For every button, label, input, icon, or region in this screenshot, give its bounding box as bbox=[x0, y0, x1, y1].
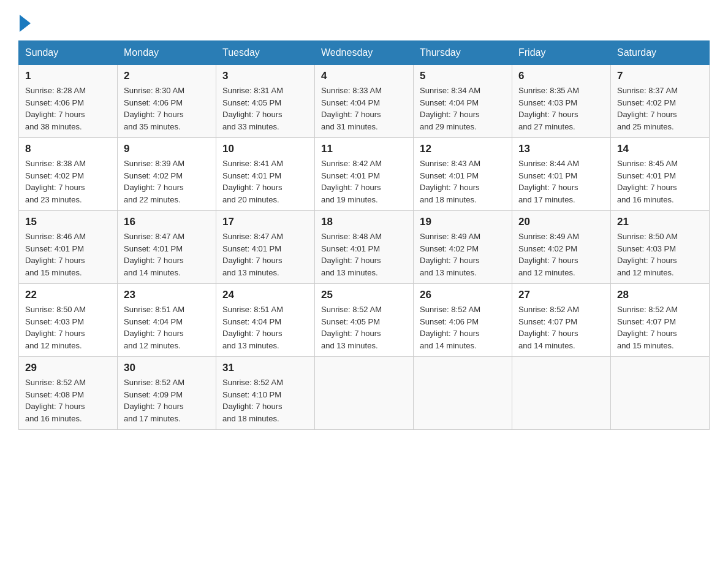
day-number: 23 bbox=[124, 289, 210, 301]
day-number: 30 bbox=[124, 362, 210, 374]
calendar-week-3: 15Sunrise: 8:46 AMSunset: 4:01 PMDayligh… bbox=[19, 211, 710, 284]
calendar-cell: 22Sunrise: 8:50 AMSunset: 4:03 PMDayligh… bbox=[19, 284, 118, 357]
calendar-cell: 20Sunrise: 8:49 AMSunset: 4:02 PMDayligh… bbox=[512, 211, 611, 284]
weekday-header-saturday: Saturday bbox=[611, 41, 710, 65]
calendar-cell: 29Sunrise: 8:52 AMSunset: 4:08 PMDayligh… bbox=[19, 357, 118, 430]
calendar-body: 1Sunrise: 8:28 AMSunset: 4:06 PMDaylight… bbox=[19, 65, 710, 430]
calendar-cell: 8Sunrise: 8:38 AMSunset: 4:02 PMDaylight… bbox=[19, 138, 118, 211]
day-number: 24 bbox=[222, 289, 308, 301]
calendar-cell: 5Sunrise: 8:34 AMSunset: 4:04 PMDaylight… bbox=[414, 65, 512, 138]
calendar-cell: 9Sunrise: 8:39 AMSunset: 4:02 PMDaylight… bbox=[118, 138, 216, 211]
day-number: 15 bbox=[25, 216, 111, 228]
weekday-header-sunday: Sunday bbox=[19, 41, 118, 65]
calendar-cell: 17Sunrise: 8:47 AMSunset: 4:01 PMDayligh… bbox=[216, 211, 315, 284]
day-number: 19 bbox=[420, 216, 506, 228]
calendar-cell: 27Sunrise: 8:52 AMSunset: 4:07 PMDayligh… bbox=[512, 284, 611, 357]
day-number: 28 bbox=[617, 289, 703, 301]
day-number: 22 bbox=[25, 289, 111, 301]
day-number: 8 bbox=[25, 143, 111, 155]
calendar-cell: 2Sunrise: 8:30 AMSunset: 4:06 PMDaylight… bbox=[118, 65, 216, 138]
calendar-cell: 4Sunrise: 8:33 AMSunset: 4:04 PMDaylight… bbox=[315, 65, 414, 138]
day-number: 7 bbox=[617, 70, 703, 82]
day-info: Sunrise: 8:52 AMSunset: 4:06 PMDaylight:… bbox=[420, 304, 506, 351]
day-info: Sunrise: 8:47 AMSunset: 4:01 PMDaylight:… bbox=[124, 231, 210, 278]
calendar-cell: 12Sunrise: 8:43 AMSunset: 4:01 PMDayligh… bbox=[414, 138, 512, 211]
day-info: Sunrise: 8:50 AMSunset: 4:03 PMDaylight:… bbox=[25, 304, 111, 351]
day-info: Sunrise: 8:35 AMSunset: 4:03 PMDaylight:… bbox=[518, 85, 604, 132]
calendar-header: SundayMondayTuesdayWednesdayThursdayFrid… bbox=[19, 41, 710, 65]
day-info: Sunrise: 8:49 AMSunset: 4:02 PMDaylight:… bbox=[420, 231, 506, 278]
day-info: Sunrise: 8:42 AMSunset: 4:01 PMDaylight:… bbox=[321, 158, 407, 205]
day-info: Sunrise: 8:52 AMSunset: 4:09 PMDaylight:… bbox=[124, 377, 210, 424]
day-info: Sunrise: 8:49 AMSunset: 4:02 PMDaylight:… bbox=[518, 231, 604, 278]
calendar-cell: 19Sunrise: 8:49 AMSunset: 4:02 PMDayligh… bbox=[414, 211, 512, 284]
calendar-cell: 23Sunrise: 8:51 AMSunset: 4:04 PMDayligh… bbox=[118, 284, 216, 357]
day-number: 26 bbox=[420, 289, 506, 301]
day-number: 9 bbox=[124, 143, 210, 155]
day-number: 12 bbox=[420, 143, 506, 155]
weekday-header-wednesday: Wednesday bbox=[315, 41, 414, 65]
calendar-cell: 14Sunrise: 8:45 AMSunset: 4:01 PMDayligh… bbox=[611, 138, 710, 211]
calendar-cell: 16Sunrise: 8:47 AMSunset: 4:01 PMDayligh… bbox=[118, 211, 216, 284]
calendar-cell bbox=[414, 357, 512, 430]
day-info: Sunrise: 8:43 AMSunset: 4:01 PMDaylight:… bbox=[420, 158, 506, 205]
calendar-cell bbox=[611, 357, 710, 430]
day-number: 4 bbox=[321, 70, 407, 82]
day-number: 16 bbox=[124, 216, 210, 228]
day-info: Sunrise: 8:41 AMSunset: 4:01 PMDaylight:… bbox=[222, 158, 308, 205]
day-info: Sunrise: 8:52 AMSunset: 4:08 PMDaylight:… bbox=[25, 377, 111, 424]
page-header bbox=[18, 12, 710, 29]
calendar-cell: 15Sunrise: 8:46 AMSunset: 4:01 PMDayligh… bbox=[19, 211, 118, 284]
day-info: Sunrise: 8:44 AMSunset: 4:01 PMDaylight:… bbox=[518, 158, 604, 205]
weekday-header-thursday: Thursday bbox=[414, 41, 512, 65]
calendar-table: SundayMondayTuesdayWednesdayThursdayFrid… bbox=[18, 40, 710, 430]
calendar-week-1: 1Sunrise: 8:28 AMSunset: 4:06 PMDaylight… bbox=[19, 65, 710, 138]
calendar-week-2: 8Sunrise: 8:38 AMSunset: 4:02 PMDaylight… bbox=[19, 138, 710, 211]
day-info: Sunrise: 8:30 AMSunset: 4:06 PMDaylight:… bbox=[124, 85, 210, 132]
calendar-cell: 13Sunrise: 8:44 AMSunset: 4:01 PMDayligh… bbox=[512, 138, 611, 211]
day-number: 1 bbox=[25, 70, 111, 82]
weekday-row: SundayMondayTuesdayWednesdayThursdayFrid… bbox=[19, 41, 710, 65]
calendar-cell: 26Sunrise: 8:52 AMSunset: 4:06 PMDayligh… bbox=[414, 284, 512, 357]
calendar-cell: 11Sunrise: 8:42 AMSunset: 4:01 PMDayligh… bbox=[315, 138, 414, 211]
day-info: Sunrise: 8:28 AMSunset: 4:06 PMDaylight:… bbox=[25, 85, 111, 132]
day-number: 5 bbox=[420, 70, 506, 82]
day-number: 14 bbox=[617, 143, 703, 155]
weekday-header-tuesday: Tuesday bbox=[216, 41, 315, 65]
calendar-cell: 28Sunrise: 8:52 AMSunset: 4:07 PMDayligh… bbox=[611, 284, 710, 357]
day-number: 27 bbox=[518, 289, 604, 301]
day-info: Sunrise: 8:50 AMSunset: 4:03 PMDaylight:… bbox=[617, 231, 703, 278]
calendar-cell bbox=[315, 357, 414, 430]
day-info: Sunrise: 8:37 AMSunset: 4:02 PMDaylight:… bbox=[617, 85, 703, 132]
calendar-cell: 21Sunrise: 8:50 AMSunset: 4:03 PMDayligh… bbox=[611, 211, 710, 284]
day-info: Sunrise: 8:46 AMSunset: 4:01 PMDaylight:… bbox=[25, 231, 111, 278]
day-info: Sunrise: 8:38 AMSunset: 4:02 PMDaylight:… bbox=[25, 158, 111, 205]
day-info: Sunrise: 8:51 AMSunset: 4:04 PMDaylight:… bbox=[222, 304, 308, 351]
day-info: Sunrise: 8:52 AMSunset: 4:07 PMDaylight:… bbox=[617, 304, 703, 351]
calendar-cell: 25Sunrise: 8:52 AMSunset: 4:05 PMDayligh… bbox=[315, 284, 414, 357]
day-info: Sunrise: 8:45 AMSunset: 4:01 PMDaylight:… bbox=[617, 158, 703, 205]
day-number: 20 bbox=[518, 216, 604, 228]
calendar-cell: 24Sunrise: 8:51 AMSunset: 4:04 PMDayligh… bbox=[216, 284, 315, 357]
logo-arrow-icon bbox=[20, 15, 31, 32]
calendar-cell: 10Sunrise: 8:41 AMSunset: 4:01 PMDayligh… bbox=[216, 138, 315, 211]
day-number: 25 bbox=[321, 289, 407, 301]
calendar-cell: 18Sunrise: 8:48 AMSunset: 4:01 PMDayligh… bbox=[315, 211, 414, 284]
calendar-cell: 3Sunrise: 8:31 AMSunset: 4:05 PMDaylight… bbox=[216, 65, 315, 138]
calendar-week-4: 22Sunrise: 8:50 AMSunset: 4:03 PMDayligh… bbox=[19, 284, 710, 357]
calendar-cell: 7Sunrise: 8:37 AMSunset: 4:02 PMDaylight… bbox=[611, 65, 710, 138]
day-info: Sunrise: 8:52 AMSunset: 4:10 PMDaylight:… bbox=[222, 377, 308, 424]
day-info: Sunrise: 8:52 AMSunset: 4:05 PMDaylight:… bbox=[321, 304, 407, 351]
calendar-cell bbox=[512, 357, 611, 430]
day-number: 3 bbox=[222, 70, 308, 82]
day-info: Sunrise: 8:51 AMSunset: 4:04 PMDaylight:… bbox=[124, 304, 210, 351]
day-number: 21 bbox=[617, 216, 703, 228]
day-info: Sunrise: 8:52 AMSunset: 4:07 PMDaylight:… bbox=[518, 304, 604, 351]
day-info: Sunrise: 8:34 AMSunset: 4:04 PMDaylight:… bbox=[420, 85, 506, 132]
day-number: 13 bbox=[518, 143, 604, 155]
day-number: 29 bbox=[25, 362, 111, 374]
day-number: 6 bbox=[518, 70, 604, 82]
calendar-cell: 1Sunrise: 8:28 AMSunset: 4:06 PMDaylight… bbox=[19, 65, 118, 138]
calendar-week-5: 29Sunrise: 8:52 AMSunset: 4:08 PMDayligh… bbox=[19, 357, 710, 430]
day-info: Sunrise: 8:31 AMSunset: 4:05 PMDaylight:… bbox=[222, 85, 308, 132]
